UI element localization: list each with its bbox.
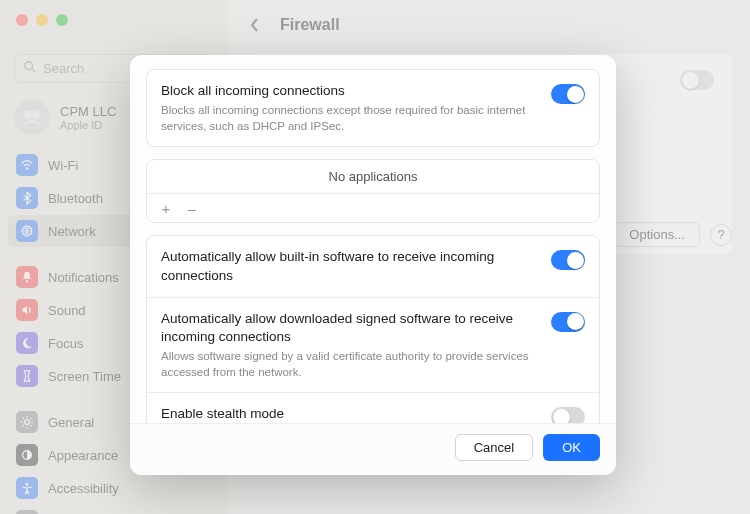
row-title: Automatically allow built-in software to… xyxy=(161,248,535,284)
stealth-row: Enable stealth mode Don't respond to or … xyxy=(147,392,599,423)
row-title: Automatically allow downloaded signed so… xyxy=(161,310,535,346)
block-all-row: Block all incoming connections Blocks al… xyxy=(147,70,599,146)
applications-list: No applications + – xyxy=(146,159,600,223)
remove-app-button[interactable]: – xyxy=(181,198,203,218)
firewall-options-modal: Block all incoming connections Blocks al… xyxy=(130,55,616,475)
auto-builtin-toggle[interactable] xyxy=(551,250,585,270)
row-desc: Blocks all incoming connections except t… xyxy=(161,102,535,134)
applications-empty-label: No applications xyxy=(147,160,599,194)
row-desc: Allows software signed by a valid certif… xyxy=(161,348,535,380)
auto-builtin-row: Automatically allow built-in software to… xyxy=(147,236,599,296)
add-app-button[interactable]: + xyxy=(155,198,177,218)
row-title: Enable stealth mode xyxy=(161,405,535,423)
row-title: Block all incoming connections xyxy=(161,82,535,100)
ok-button[interactable]: OK xyxy=(543,434,600,461)
block-all-toggle[interactable] xyxy=(551,84,585,104)
cancel-button[interactable]: Cancel xyxy=(455,434,533,461)
auto-signed-row: Automatically allow downloaded signed so… xyxy=(147,297,599,393)
auto-signed-toggle[interactable] xyxy=(551,312,585,332)
stealth-toggle[interactable] xyxy=(551,407,585,423)
